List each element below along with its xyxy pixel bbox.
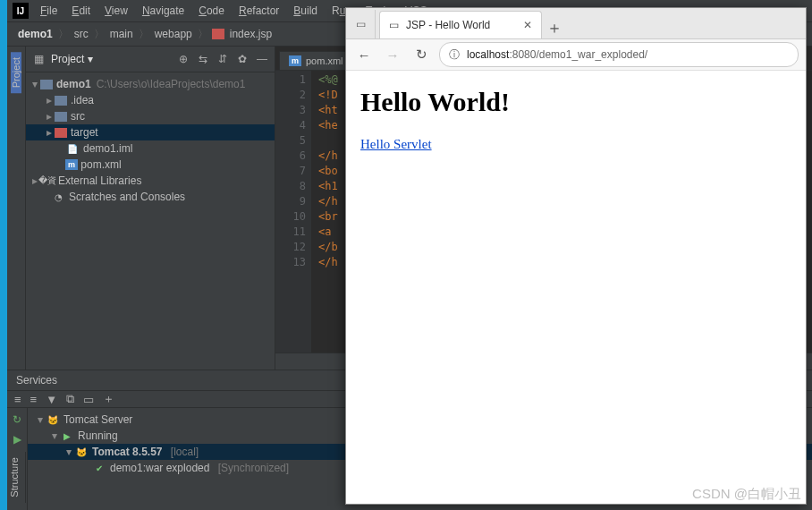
libraries-icon: �資	[40, 174, 55, 187]
project-title: Project ▾	[51, 53, 171, 65]
gutter: 12345678910111213	[275, 71, 311, 353]
new-tab-button[interactable]: ＋	[542, 17, 567, 38]
tree-src[interactable]: ▸src	[26, 108, 275, 124]
expand-all-icon[interactable]: ⇆	[196, 52, 210, 66]
page-content: Hello World! Hello Servlet	[346, 71, 806, 504]
folder-icon: ▦	[31, 52, 46, 66]
tomcat-icon: 🐱	[46, 413, 60, 426]
browser-toolbar: ← → ↻ ⓘ localhost:8080/demo1_war_explode…	[346, 39, 806, 71]
select-opened-file-icon[interactable]: ⊕	[176, 52, 190, 66]
crumb-file[interactable]: index.jsp	[228, 28, 274, 40]
forward-button[interactable]: →	[382, 44, 403, 65]
watermark: CSDN @白帽小丑	[692, 486, 801, 503]
hide-icon[interactable]: —	[255, 52, 269, 66]
collapse-all-icon[interactable]: ⇵	[216, 52, 230, 66]
page-icon: ▭	[389, 19, 399, 31]
site-info-icon[interactable]: ⓘ	[449, 47, 460, 63]
project-tool-window: ▦ Project ▾ ⊕ ⇆ ⇵ ✿ — ▾ demo1C:\Users\o\…	[26, 47, 275, 370]
tree-pom[interactable]: m pom.xml	[26, 157, 275, 173]
folder-icon	[55, 128, 67, 138]
intellij-icon: IJ	[13, 3, 29, 19]
group-icon[interactable]: ⧉	[66, 392, 74, 406]
folder-icon	[55, 112, 67, 122]
scratches-icon: ◔	[51, 191, 65, 203]
tab-project[interactable]: Project	[11, 52, 21, 93]
tomcat-icon: 🐱	[74, 446, 89, 458]
crumb-project[interactable]: demo1	[18, 28, 53, 40]
add-icon[interactable]: ＋	[103, 391, 114, 407]
browser-tab[interactable]: ▭ JSP - Hello World ✕	[379, 11, 542, 38]
menu-edit[interactable]: Edit	[65, 2, 97, 20]
browser-window: ▭ ▭ JSP - Hello World ✕ ＋ ← → ↻ ⓘ localh…	[345, 7, 807, 505]
menu-file[interactable]: File	[34, 2, 63, 20]
artifact-icon: ✔	[92, 462, 106, 474]
left-sidebar: Project	[7, 47, 26, 370]
hello-servlet-link[interactable]: Hello Servlet	[360, 137, 432, 151]
filter-icon[interactable]: ▼	[46, 393, 57, 406]
tree-idea[interactable]: ▸.idea	[26, 92, 275, 108]
refresh-button[interactable]: ↻	[410, 44, 432, 65]
crumb-src[interactable]: src	[72, 28, 90, 40]
tab-title: JSP - Hello World	[406, 19, 490, 31]
page-heading: Hello World!	[360, 87, 791, 117]
close-tab-icon[interactable]: ✕	[523, 19, 532, 31]
address-bar[interactable]: ⓘ localhost:8080/demo1_war_exploded/	[439, 42, 799, 67]
collapse-icon[interactable]: ≡	[30, 393, 38, 406]
menu-navigate[interactable]: Navigate	[136, 2, 190, 20]
jsp-icon	[212, 29, 224, 39]
tree-scratches[interactable]: ◔Scratches and Consoles	[26, 189, 275, 205]
play-icon: ▶	[60, 429, 74, 442]
menu-code[interactable]: Code	[192, 2, 231, 20]
maven-icon: m	[65, 159, 78, 170]
folder-icon	[55, 96, 67, 106]
crumb-main[interactable]: main	[108, 28, 135, 40]
file-icon: 📄	[65, 142, 80, 155]
tab-structure[interactable]: Structure	[7, 452, 21, 503]
back-button[interactable]: ←	[353, 44, 375, 65]
menu-refactor[interactable]: Refactor	[233, 2, 285, 20]
crumb-webapp[interactable]: webapp	[153, 28, 194, 40]
project-tree: ▾ demo1C:\Users\o\IdeaProjects\demo1 ▸.i…	[26, 72, 275, 370]
browser-tabstrip: ▭ ▭ JSP - Hello World ✕ ＋	[346, 8, 806, 39]
expand-icon[interactable]: ≡	[14, 393, 21, 406]
maven-icon: m	[289, 55, 301, 66]
tree-target[interactable]: ▸target	[26, 124, 275, 140]
layout-icon[interactable]: ▭	[83, 393, 94, 406]
menu-build[interactable]: Build	[287, 2, 324, 20]
menu-view[interactable]: View	[98, 2, 134, 20]
run-icon[interactable]: ▶	[11, 433, 23, 446]
module-icon	[40, 80, 53, 89]
settings-icon[interactable]: ✿	[235, 52, 250, 66]
tab-actions-icon[interactable]: ▭	[346, 10, 376, 38]
tree-root[interactable]: ▾ demo1C:\Users\o\IdeaProjects\demo1	[26, 76, 275, 92]
tree-iml[interactable]: 📄demo1.iml	[26, 140, 275, 157]
rerun-icon[interactable]: ↻	[11, 413, 23, 426]
tree-external-libraries[interactable]: ▸�資External Libraries	[26, 173, 275, 189]
